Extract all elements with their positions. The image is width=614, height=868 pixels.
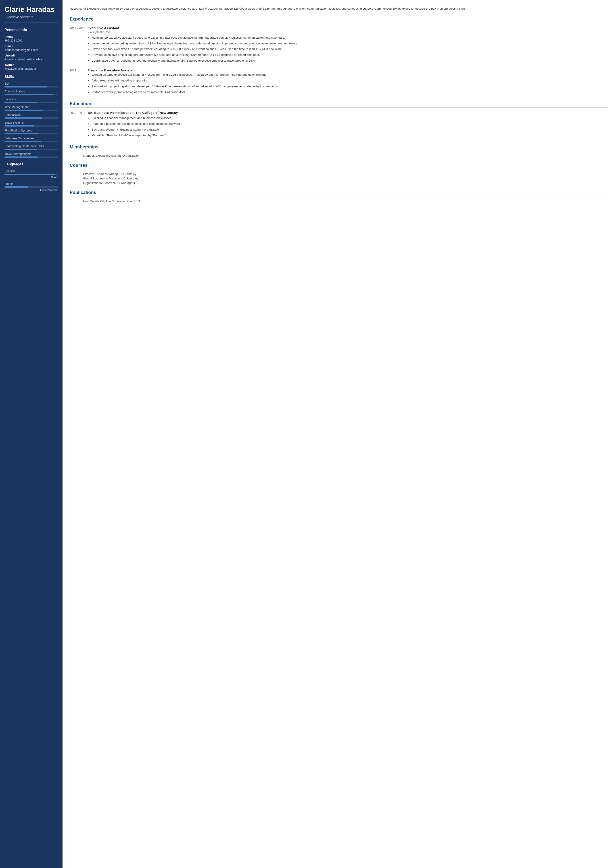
- bullet-item: Performed weekly proofreading of executi…: [91, 90, 607, 95]
- course-item: Effective Business Writing, UC Berkeley: [70, 172, 607, 176]
- entry-bullets: Worked as temp executive assistant for 4…: [87, 73, 607, 95]
- bullet-item: Excelled in financial management and bus…: [91, 116, 607, 121]
- sidebar: Clarie Haradas Executive Assistant Perso…: [0, 0, 62, 868]
- skill-bar-fill: [5, 110, 43, 111]
- entry-bullets: Excelled in financial management and bus…: [87, 116, 607, 138]
- entry-job-title: Executive Assistant: [87, 26, 607, 30]
- twitter-value: twitter.com/clarieharadas: [5, 67, 58, 70]
- skill-bar-fill: [5, 86, 47, 87]
- skill-name: Email Systems: [5, 121, 58, 124]
- education-list: 2010 - 2013 BA, Business Administration,…: [70, 111, 607, 139]
- skill-item: File-Sharing Systems: [5, 129, 58, 134]
- phone-value: 862-208-2592: [5, 39, 58, 42]
- skill-item: Logistics: [5, 98, 58, 103]
- candidate-title: Executive Assistant: [5, 15, 58, 23]
- experience-heading: Experience: [70, 17, 607, 23]
- skill-bar-bg: [5, 118, 58, 119]
- skill-item: Coordinating Conference Calls: [5, 144, 58, 150]
- experience-entry: 2013 Freelance Executive Assistant Worke…: [70, 68, 607, 96]
- language-bar-fill: [5, 174, 55, 175]
- skill-name: Time Management: [5, 105, 58, 109]
- personal-info-heading: Personal Info: [5, 28, 58, 32]
- memberships-heading: Memberships: [70, 144, 607, 151]
- skill-item: Database Management: [5, 136, 58, 142]
- entry-content: Executive Assistant ISN Lipmann, Inc. Ha…: [87, 26, 607, 65]
- entry-years: 2010 - 2013: [70, 111, 87, 139]
- entry-years: 2013: [70, 68, 87, 96]
- entry-company: ISN Lipmann, Inc.: [87, 30, 607, 34]
- skill-bar-bg: [5, 157, 58, 158]
- courses-heading: Courses: [70, 163, 607, 169]
- skill-bar-fill: [5, 157, 38, 158]
- bullet-item: Assisted with project logistics and deve…: [91, 84, 607, 89]
- skill-name: Compassion: [5, 113, 58, 116]
- publications-heading: Publications: [70, 190, 607, 197]
- entry-bullets: Handled top executive assistant duties f…: [87, 36, 607, 64]
- course-item: Organizational Behavior, IIT Kharagpur: [70, 181, 607, 184]
- twitter-label: Twitter: [5, 63, 58, 67]
- main-content: Resourceful Executive Assistant with 5+ …: [62, 0, 614, 868]
- skill-item: EQ: [5, 82, 58, 87]
- skills-heading: Skills: [5, 75, 58, 79]
- skill-item: Time Management: [5, 105, 58, 111]
- publication-item: How Details Kill, The Counterintuitive C…: [70, 200, 607, 203]
- skill-item: Email Systems: [5, 121, 58, 127]
- education-heading: Education: [70, 101, 607, 108]
- bullet-item: Aided executives with meeting preparatio…: [91, 78, 607, 83]
- bullet-item: Worked as temp executive assistant for 4…: [91, 73, 607, 77]
- language-bar-bg: [5, 186, 58, 188]
- course-item: Global Business in Practice, UC Berkeley: [70, 177, 607, 180]
- entry-years: 2013 - 2018: [70, 26, 87, 65]
- edu-degree: BA, Business Administration, The College…: [87, 111, 607, 115]
- skill-bar-fill: [5, 125, 34, 127]
- skill-bar-bg: [5, 133, 58, 134]
- bullet-item: Provided executive project support, admi…: [91, 53, 607, 57]
- experience-list: 2013 - 2018 Executive Assistant ISN Lipm…: [70, 26, 607, 96]
- linkedin-label: LinkedIn: [5, 54, 58, 57]
- bullet-item: Implemented call-recording system that c…: [91, 41, 607, 46]
- languages-heading: Languages: [5, 162, 58, 166]
- email-value: clarieharadas@gmail.com: [5, 48, 58, 51]
- language-level: Conversational: [5, 189, 58, 192]
- bullet-item: Coordinated travel arrangements both dom…: [91, 59, 607, 63]
- bullet-item: My article, "Reading Minds" was reprinte…: [91, 133, 607, 138]
- experience-section: Experience 2013 - 2018 Executive Assista…: [70, 17, 607, 96]
- language-level: Fluent: [5, 176, 58, 179]
- skill-bar-bg: [5, 125, 58, 127]
- language-name: French: [5, 182, 58, 186]
- courses-list: Effective Business Writing, UC BerkeleyG…: [70, 172, 607, 184]
- language-bar-fill: [5, 186, 29, 188]
- candidate-name: Clarie Haradas: [5, 5, 58, 14]
- skill-bar-fill: [5, 149, 37, 150]
- membership-item: Member, Executive Assistant Organization: [70, 154, 607, 157]
- bullet-item: Handled top executive assistant duties f…: [91, 36, 607, 40]
- skill-item: Compassion: [5, 113, 58, 119]
- skill-bar-fill: [5, 94, 53, 95]
- language-name: Spanish: [5, 169, 58, 173]
- bullet-item: Pursued a passion for business ethics an…: [91, 122, 607, 126]
- skill-name: File-Sharing Systems: [5, 129, 58, 132]
- skill-bar-fill: [5, 141, 41, 142]
- phone-label: Phone: [5, 35, 58, 39]
- skill-item: Travel Arrangements: [5, 152, 58, 158]
- memberships-list: Member, Executive Assistant Organization: [70, 154, 607, 157]
- experience-entry: 2013 - 2018 Executive Assistant ISN Lipm…: [70, 26, 607, 65]
- skill-item: Communication: [5, 90, 58, 95]
- skill-bar-fill: [5, 133, 39, 134]
- skill-name: Database Management: [5, 136, 58, 140]
- skill-bar-bg: [5, 94, 58, 95]
- language-item: French Conversational: [5, 182, 58, 192]
- education-section: Education 2010 - 2013 BA, Business Admin…: [70, 101, 607, 139]
- skill-bar-bg: [5, 149, 58, 150]
- linkedin-value: linkedin.com/in/clarieharadas: [5, 57, 58, 61]
- skill-bar-fill: [5, 102, 37, 103]
- language-bar-bg: [5, 174, 58, 175]
- skill-name: Logistics: [5, 98, 58, 101]
- skill-name: Travel Arrangements: [5, 152, 58, 155]
- memberships-section: Memberships Member, Executive Assistant …: [70, 144, 607, 157]
- courses-section: Courses Effective Business Writing, UC B…: [70, 163, 607, 184]
- skill-bar-bg: [5, 102, 58, 103]
- email-label: E-mail: [5, 44, 58, 48]
- entry-content: Freelance Executive Assistant Worked as …: [87, 68, 607, 96]
- bullet-item: Saved each top-level exec 11 hours per w…: [91, 47, 607, 51]
